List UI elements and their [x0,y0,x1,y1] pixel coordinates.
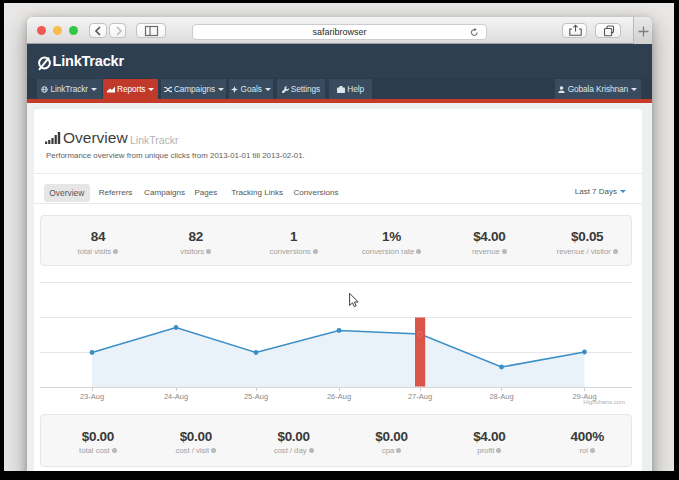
svg-text:Highcharts.com: Highcharts.com [583,398,625,404]
svg-text:26-Aug: 26-Aug [327,392,351,401]
svg-text:28-Aug: 28-Aug [489,392,513,401]
svg-text:25-Aug: 25-Aug [244,392,268,401]
svg-text:24-Aug: 24-Aug [164,392,188,401]
svg-text:23-Aug: 23-Aug [80,392,104,401]
svg-text:27-Aug: 27-Aug [408,392,432,401]
